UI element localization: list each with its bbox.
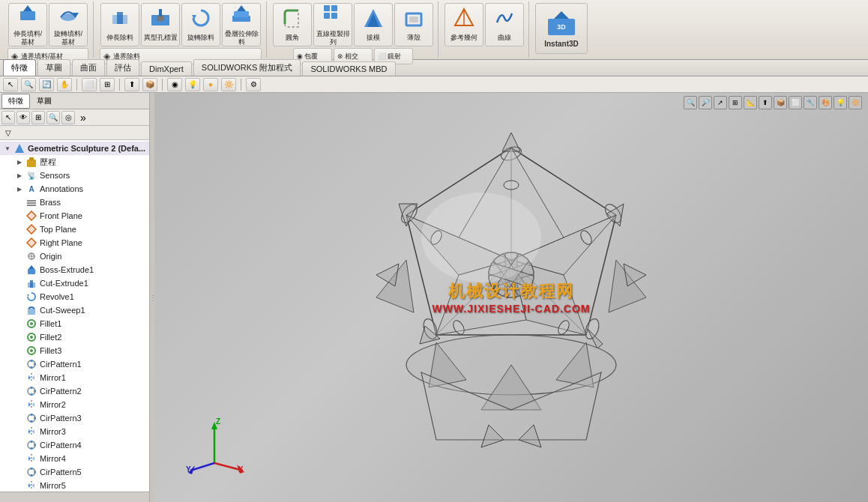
tab-evaluate[interactable]: 評估 <box>106 59 139 76</box>
tree-item-right-plane[interactable]: Right Plane <box>0 236 149 250</box>
vp-display-button[interactable]: ⬜ <box>789 96 802 109</box>
tree-item-boss-extrude1[interactable]: Boss-Extrude1 <box>0 263 149 276</box>
tree-label-fillet2: Fillet2 <box>40 333 61 342</box>
tab-surface[interactable]: 曲面 <box>72 59 105 76</box>
panel-tab-properties[interactable]: 草圖 <box>30 94 58 109</box>
cmd-arrow-button[interactable]: ↖ <box>3 78 18 91</box>
tree-expand-cirpattern2 <box>15 387 24 396</box>
tree-item-cirpattern1[interactable]: CirPattern1 <box>0 357 149 371</box>
ref-geom-button[interactable]: 參考幾何 <box>444 3 483 46</box>
tree-item-mirror4[interactable]: Mirror4 <box>0 452 149 465</box>
tree-item-cut-extrude1[interactable]: Cut-Extrude1 <box>0 276 149 290</box>
viewport[interactable]: 机械设计教程网 WWW.JIXIESHEJI-CAD.COM Z X Y <box>154 93 868 502</box>
rotate-remove-button[interactable]: 旋轉除料 <box>181 3 220 46</box>
instant3d-button[interactable]: 3D Instant3D <box>535 3 588 54</box>
tree-expand-history[interactable]: ▶ <box>15 157 24 166</box>
tree-expand-annotations[interactable]: ▶ <box>15 184 24 193</box>
tree-item-mirror1[interactable]: Mirror1 <box>0 371 149 384</box>
cmd-display-button[interactable]: ◉ <box>167 78 182 91</box>
tree-label-mirror2: Mirror2 <box>40 400 66 409</box>
cmd-color-button[interactable]: ● <box>203 78 218 91</box>
cmd-misc-button[interactable]: ⚙ <box>246 78 261 91</box>
cmd-box-button[interactable]: 📦 <box>142 78 157 91</box>
cmd-pan-button[interactable]: ✋ <box>57 78 72 91</box>
tree-label-mirror3: Mirror3 <box>40 427 66 436</box>
tree-item-cut-sweep1[interactable]: Cut-Sweep1 <box>0 303 149 317</box>
fillet-button[interactable]: 圓角 <box>273 3 312 46</box>
main-toolbar: 伸長填料/基材 旋轉填料/基材 ◈ 邊界填料/基材 <box>0 0 868 60</box>
tab-mbd[interactable]: SOLIDWORKS MBD <box>302 61 395 76</box>
draft-button[interactable]: 拔模 <box>354 3 393 46</box>
tree-item-sensors[interactable]: ▶ 📡 Sensors <box>0 169 149 182</box>
curves-button[interactable]: 曲線 <box>485 3 524 46</box>
tree-expand-cut-extrude1 <box>15 279 24 288</box>
svg-rect-74 <box>31 441 33 443</box>
vp-render-button[interactable]: 🔆 <box>849 96 862 109</box>
panel-icon-arrow[interactable]: ↖ <box>1 111 15 124</box>
tab-sketch[interactable]: 草圖 <box>37 59 70 76</box>
tree-expand-root[interactable]: ▼ <box>3 144 12 153</box>
tree-item-front-plane[interactable]: Front Plane <box>0 209 149 223</box>
panel-icon-circle[interactable]: ◎ <box>61 111 75 124</box>
tree-item-mirror3[interactable]: Mirror3 <box>0 425 149 438</box>
thin-shell-button[interactable]: 薄殼 <box>394 3 433 46</box>
cmd-zoom-button[interactable]: 🔍 <box>21 78 36 91</box>
panel-icon-expand[interactable]: » <box>76 111 90 124</box>
tab-addins[interactable]: SOLIDWORKS 附加程式 <box>193 59 301 76</box>
layer-remove-button[interactable]: 疊層拉伸除料 <box>222 3 261 46</box>
panel-icon-eye[interactable]: 👁 <box>16 111 30 124</box>
tree-item-mirror2[interactable]: Mirror2 <box>0 398 149 411</box>
cmd-up-button[interactable]: ⬆ <box>124 78 139 91</box>
panel-icon-filter[interactable]: ⊞ <box>31 111 45 124</box>
tab-features[interactable]: 特徵 <box>3 59 36 76</box>
tree-item-cirpattern4[interactable]: CirPattern4 <box>0 438 149 452</box>
tree-expand-fillet2 <box>15 333 24 342</box>
tree-root[interactable]: ▼ Geometric Sculpture 2 (Defa... <box>0 142 149 155</box>
vp-settings-button[interactable]: 🔧 <box>804 96 817 109</box>
tree-item-fillet2[interactable]: Fillet2 <box>0 330 149 344</box>
tree-item-fillet3[interactable]: Fillet3 <box>0 344 149 357</box>
vp-zoom-in-button[interactable]: 🔍 <box>684 96 697 109</box>
instant3d-label: Instant3D <box>544 40 579 48</box>
vp-fit-button[interactable]: ↗ <box>714 96 727 109</box>
tree-expand-fillet3 <box>15 346 24 355</box>
extend-fill-button[interactable]: 伸長填料/基材 <box>8 3 47 46</box>
cmd-rotate-button[interactable]: 🔄 <box>39 78 54 91</box>
rotate-fill-button[interactable]: 旋轉填料/基材 <box>49 3 88 46</box>
linear-array-button[interactable]: 直線複製排列 <box>313 3 352 46</box>
tree-item-fillet1[interactable]: Fillet1 <box>0 317 149 330</box>
tree-item-cirpattern5[interactable]: CirPattern5 <box>0 465 149 479</box>
cmd-select-button[interactable]: ⬜ <box>82 78 97 91</box>
panel-icon-search[interactable]: 🔍 <box>46 111 60 124</box>
tree-item-mirror5[interactable]: Mirror5 <box>0 479 149 492</box>
hole-button[interactable]: 異型孔標置 <box>141 3 180 46</box>
tree-item-cirpattern2[interactable]: CirPattern2 <box>0 384 149 398</box>
vp-3d-button[interactable]: 📦 <box>774 96 787 109</box>
vp-zoom-out-button[interactable]: 🔎 <box>699 96 712 109</box>
extrude-remove-button[interactable]: 伸長除料 <box>100 3 139 46</box>
tree-item-brass[interactable]: Brass <box>0 196 149 209</box>
tree-item-revolve1[interactable]: Revolve1 <box>0 290 149 303</box>
tree-label-boss-extrude1: Boss-Extrude1 <box>40 265 94 274</box>
tree-item-cirpattern3[interactable]: CirPattern3 <box>0 411 149 425</box>
vp-light-button[interactable]: 💡 <box>834 96 847 109</box>
svg-rect-28 <box>27 200 36 202</box>
tab-dimxpert[interactable]: DimXpert <box>141 61 192 76</box>
vp-grid-button[interactable]: ⊞ <box>729 96 742 109</box>
vp-up-button[interactable]: ⬆ <box>759 96 772 109</box>
cmd-filter-button[interactable]: ⊞ <box>100 78 115 91</box>
cmd-light-button[interactable]: 💡 <box>185 78 200 91</box>
tree-item-top-plane[interactable]: Top Plane <box>0 223 149 236</box>
vp-palette-button[interactable]: 🎨 <box>819 96 832 109</box>
tree-item-history[interactable]: ▶ 歷程 <box>0 155 149 169</box>
panel-scrollbar[interactable] <box>0 492 149 502</box>
filter-icon[interactable]: ▽ <box>3 127 13 138</box>
vp-angle-button[interactable]: 📐 <box>744 96 757 109</box>
tree-expand-sensors[interactable]: ▶ <box>15 171 24 180</box>
svg-marker-1 <box>23 5 32 11</box>
tree-item-origin[interactable]: Origin <box>0 250 149 263</box>
panel-tab-feature-manager[interactable]: 特徵 <box>1 94 30 109</box>
tree-icon-cut-sweep1 <box>25 304 37 316</box>
cmd-render-button[interactable]: 🔆 <box>221 78 236 91</box>
tree-item-annotations[interactable]: ▶ A Annotations <box>0 182 149 196</box>
